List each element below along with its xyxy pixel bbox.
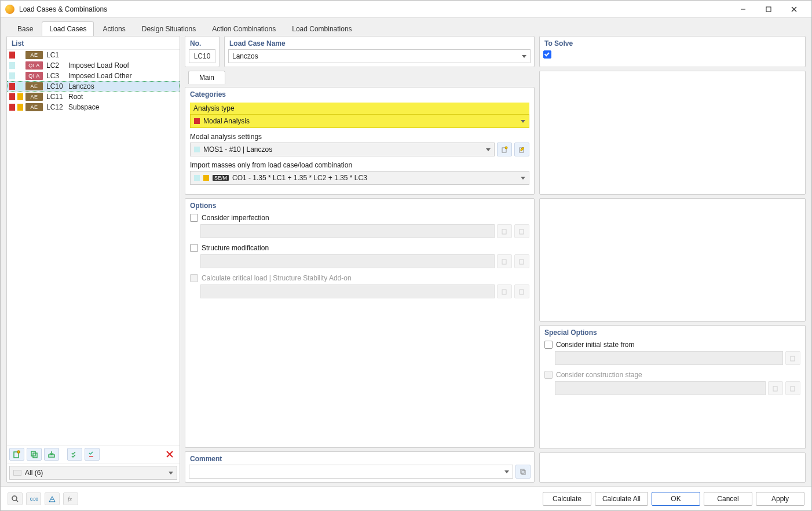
svg-rect-20 xyxy=(520,290,524,294)
initial-state-combo xyxy=(555,351,783,365)
units-button[interactable]: 0,00 xyxy=(26,492,41,505)
comment-extra-button[interactable] xyxy=(515,465,531,479)
lcname-label: Load Case Name xyxy=(225,36,534,49)
list-body: AELC1QI ALC2Imposed Load RoofQI ALC3Impo… xyxy=(7,49,180,445)
initial-state-checkbox[interactable] xyxy=(544,341,553,349)
imperfection-label: Consider imperfection xyxy=(202,214,269,222)
blank-panel-3 xyxy=(539,452,806,483)
tab-design-situations[interactable]: Design Situations xyxy=(134,21,203,36)
color-swatch xyxy=(17,72,23,79)
minimize-icon xyxy=(740,6,746,12)
minimize-button[interactable] xyxy=(730,1,756,17)
chevron-down-icon xyxy=(486,148,491,151)
cancel-button[interactable]: Cancel xyxy=(704,492,752,506)
chevron-down-icon xyxy=(169,472,173,475)
copy-item-button[interactable] xyxy=(27,448,42,461)
svg-text:fx: fx xyxy=(68,496,72,502)
analysis-type-value: Modal Analysis xyxy=(203,117,250,125)
initial-state-label: Consider initial state from xyxy=(556,341,634,349)
solve-checkbox[interactable] xyxy=(543,50,551,59)
modal-settings-new-button[interactable] xyxy=(497,143,512,156)
category-tag: AE xyxy=(25,82,43,90)
color-swatch xyxy=(9,62,15,69)
svg-rect-15 xyxy=(502,229,506,234)
imperfection-edit-button xyxy=(514,224,529,238)
uncheck-all-button[interactable] xyxy=(85,448,100,461)
lc-code: LC1 xyxy=(45,51,66,59)
svg-rect-19 xyxy=(502,290,506,294)
structure-mod-combo xyxy=(200,254,495,268)
list-item[interactable]: QI ALC2Imposed Load Roof xyxy=(7,60,180,71)
category-tag: AE xyxy=(25,103,43,111)
edit-icon xyxy=(518,258,525,265)
list-item[interactable]: AELC11Root xyxy=(7,92,180,102)
analysis-type-combo[interactable]: Modal Analysis xyxy=(190,114,529,128)
tab-actions[interactable]: Actions xyxy=(95,21,133,36)
formula-button[interactable]: fx xyxy=(63,492,78,505)
new-icon xyxy=(501,258,508,265)
maximize-button[interactable] xyxy=(756,1,781,17)
apply-button[interactable]: Apply xyxy=(756,492,804,506)
modal-settings-label: Modal analysis settings xyxy=(190,133,529,141)
titlebar: Load Cases & Combinations xyxy=(1,1,811,18)
delete-icon xyxy=(166,450,174,458)
list-header: List xyxy=(7,36,180,49)
calculate-button[interactable]: Calculate xyxy=(543,492,591,506)
tab-load-combinations[interactable]: Load Combinations xyxy=(284,21,359,36)
new-icon xyxy=(772,385,779,392)
edit-icon xyxy=(518,288,525,295)
ok-button[interactable]: OK xyxy=(652,492,700,506)
construction-stage-checkbox xyxy=(544,371,553,379)
modal-settings-combo[interactable]: MOS1 - #10 | Lanczos xyxy=(190,143,495,156)
magnifier-icon xyxy=(11,495,19,503)
svg-rect-25 xyxy=(791,386,795,391)
multi-page-icon xyxy=(520,468,526,475)
lcname-combo[interactable]: Lanczos xyxy=(228,49,531,63)
color-swatch xyxy=(9,72,15,79)
tab-base[interactable]: Base xyxy=(10,21,41,36)
close-button[interactable] xyxy=(781,1,807,17)
svg-line-27 xyxy=(16,500,18,502)
chevron-down-icon xyxy=(521,177,525,180)
lcname-value: Lanczos xyxy=(232,52,258,60)
lc-code: LC10 xyxy=(45,82,66,90)
tab-action-combinations[interactable]: Action Combinations xyxy=(204,21,283,36)
list-filter-combo[interactable]: All (6) xyxy=(9,466,177,480)
color-swatch xyxy=(17,93,23,100)
list-item[interactable]: AELC12Subspace xyxy=(7,102,180,112)
modal-settings-edit-button[interactable] xyxy=(514,143,529,156)
comment-combo[interactable] xyxy=(189,465,513,479)
bottom-bar: 0,00 fx Calculate Calculate All OK Cance… xyxy=(1,486,811,510)
critical-load-new-button xyxy=(497,284,512,298)
color-swatch xyxy=(9,104,15,111)
maximize-icon xyxy=(766,6,771,12)
svg-rect-21 xyxy=(521,469,524,473)
structure-mod-checkbox[interactable] xyxy=(190,244,198,252)
modal-settings-swatch xyxy=(194,147,200,152)
imperfection-checkbox[interactable] xyxy=(190,214,198,222)
list-item[interactable]: AELC1 xyxy=(7,50,180,60)
new-item-button[interactable] xyxy=(9,448,24,461)
critical-load-label: Calculate critical load | Structure Stab… xyxy=(202,274,352,282)
svg-rect-22 xyxy=(522,470,525,475)
list-item[interactable]: AELC10Lanczos xyxy=(7,81,180,92)
calculate-all-button[interactable]: Calculate All xyxy=(595,492,648,506)
new-icon xyxy=(501,288,508,295)
new-file-icon xyxy=(13,450,21,458)
category-tag: AE xyxy=(25,93,43,101)
subtab-main[interactable]: Main xyxy=(188,71,225,84)
import-combo[interactable]: SE/M CO1 - 1.35 * LC1 + 1.35 * LC2 + 1.3… xyxy=(190,171,529,185)
no-input[interactable] xyxy=(189,49,215,63)
import-item-button[interactable] xyxy=(44,448,59,461)
list-item[interactable]: QI ALC3Imposed Load Other xyxy=(7,71,180,81)
delete-item-button[interactable] xyxy=(162,448,177,461)
check-all-button[interactable] xyxy=(67,448,82,461)
edit-icon xyxy=(518,146,525,153)
help-button[interactable] xyxy=(8,492,23,505)
structure-mod-new-button xyxy=(497,254,512,268)
tab-load-cases[interactable]: Load Cases xyxy=(42,21,94,36)
solve-label: To Solve xyxy=(540,36,805,49)
critical-load-combo xyxy=(200,284,495,298)
precision-button[interactable] xyxy=(45,492,60,505)
structure-mod-edit-button xyxy=(514,254,529,268)
